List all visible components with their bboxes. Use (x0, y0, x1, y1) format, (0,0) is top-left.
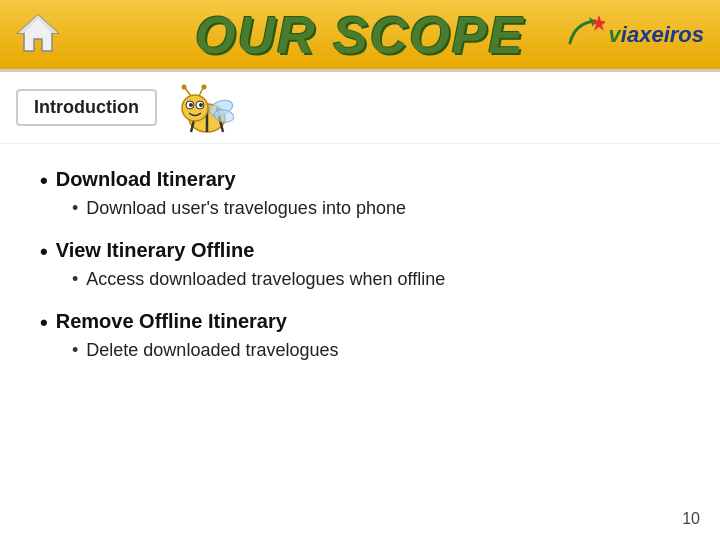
mascot-icon (169, 80, 229, 135)
bullet-section-2: View Itinerary Offline Access downloaded… (40, 239, 680, 290)
svg-point-16 (201, 85, 206, 90)
intro-badge: Introduction (16, 89, 157, 126)
bullet-section-1: Download Itinerary Download user's trave… (40, 168, 680, 219)
svg-point-14 (181, 85, 186, 90)
main-content: Download Itinerary Download user's trave… (0, 144, 720, 405)
bullet-main-3: Remove Offline Itinerary (40, 310, 680, 336)
logo-text: viaxeiros (609, 22, 704, 48)
svg-point-11 (189, 103, 193, 107)
header-bar: OUR SCOPE viaxeiros (0, 0, 720, 72)
svg-line-13 (185, 88, 191, 96)
page-number: 10 (682, 510, 700, 528)
bullet-sub-3: Delete downloaded travelogues (72, 340, 680, 361)
svg-point-12 (199, 103, 203, 107)
home-button[interactable] (16, 11, 60, 59)
bullet-main-2: View Itinerary Offline (40, 239, 680, 265)
bullet-main-1: Download Itinerary (40, 168, 680, 194)
svg-point-8 (182, 95, 208, 121)
bullet-sub-1: Download user's travelogues into phone (72, 198, 680, 219)
bullet-section-3: Remove Offline Itinerary Delete download… (40, 310, 680, 361)
bullet-sub-2: Access downloaded travelogues when offli… (72, 269, 680, 290)
svg-line-15 (199, 88, 203, 96)
page-title: OUR SCOPE (195, 5, 525, 65)
intro-section: Introduction (0, 72, 720, 144)
logo: viaxeiros (565, 13, 704, 57)
